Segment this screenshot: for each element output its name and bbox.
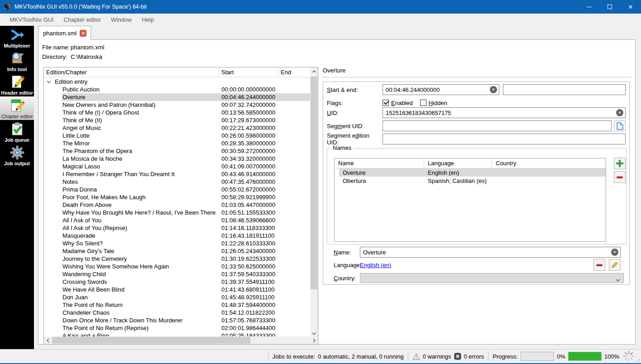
tree-row-chapter[interactable]: Notes00:47:35.476000000 bbox=[44, 178, 310, 186]
tree-row-chapter[interactable]: Crossing Swords01:39:37.554911100 bbox=[44, 278, 310, 286]
info-tool-icon bbox=[10, 51, 25, 66]
tree-row-chapter[interactable]: La Música de la Noche00:34:33.320000000 bbox=[44, 155, 310, 163]
tree-row-chapter[interactable]: All I Ask of You (Reprise)01:14:16.11833… bbox=[44, 224, 310, 232]
minimize-button[interactable] bbox=[579, 0, 599, 14]
column-edition-chapter[interactable]: Edition/Chapter bbox=[44, 67, 219, 77]
menu-window[interactable]: Window bbox=[106, 14, 137, 25]
directory-value: C:\Matroska bbox=[71, 53, 102, 60]
chapter-name-cell: Chandelier Chaos bbox=[44, 309, 219, 316]
tree-row-chapter[interactable]: The Point of No Return (Reprise)02:00:01… bbox=[44, 324, 310, 332]
column-end[interactable]: End bbox=[278, 67, 310, 77]
close-button[interactable]: ✕ bbox=[620, 0, 641, 14]
sidebar-item-job-output[interactable]: Job output bbox=[0, 144, 34, 167]
error-icon bbox=[454, 353, 461, 360]
edit-language-button[interactable] bbox=[609, 259, 621, 271]
remove-language-button[interactable] bbox=[593, 259, 605, 271]
chapter-name-cell: Prima Donna bbox=[44, 186, 219, 193]
clear-start-icon[interactable]: ✕ bbox=[490, 86, 497, 93]
tree-row-chapter[interactable]: Don Juan01:45:48.925911100 bbox=[44, 293, 310, 301]
tree-row-chapter[interactable]: All I Ask of You01:08:46.539066600 bbox=[44, 216, 310, 224]
enabled-checkbox-box[interactable] bbox=[383, 100, 389, 106]
tree-row-chapter[interactable]: Death From Above01:03:05.447000000 bbox=[44, 201, 310, 209]
scroll-left-icon[interactable] bbox=[44, 336, 52, 344]
tree-row-chapter[interactable]: Wishing You Were Somehow Here Again01:33… bbox=[44, 263, 310, 270]
uid-input[interactable] bbox=[383, 107, 626, 118]
names-column-language[interactable]: Language bbox=[424, 158, 492, 168]
tree-row-chapter[interactable]: Chandelier Chaos01:54:12.011822200 bbox=[44, 309, 310, 316]
segment-uid-browse-button[interactable] bbox=[614, 120, 626, 131]
chapter-name-cell: Wishing You Were Somehow Here Again bbox=[44, 263, 219, 270]
tree-row-edition-entry[interactable]: Edition entry bbox=[44, 78, 310, 86]
chapter-start-cell: 00:43:46.914000000 bbox=[219, 171, 278, 177]
vertical-scroll-thumb[interactable] bbox=[311, 77, 317, 289]
chapter-start-cell: 01:41:43.680911100 bbox=[219, 286, 278, 293]
scroll-up-icon[interactable] bbox=[310, 67, 318, 75]
enabled-checkbox[interactable]: Enabled bbox=[383, 100, 413, 106]
names-row[interactable]: OvertureEnglish (en) bbox=[335, 168, 606, 177]
warnings-errors-status: 0 warnings 0 errors bbox=[412, 353, 484, 360]
tree-row-chapter[interactable]: The Phantom of the Opera00:30:59.2720000… bbox=[44, 147, 310, 155]
tree-row-chapter[interactable]: Masquerade01:16:43.181911100 bbox=[44, 232, 310, 239]
maximize-button[interactable] bbox=[599, 0, 620, 14]
tree-row-chapter[interactable]: New Owners and Patron (Hannibal)00:07:32… bbox=[44, 101, 310, 109]
tree-row-chapter[interactable]: Prima Donna00:55:02.672000000 bbox=[44, 186, 310, 193]
chapter-name-cell: Masquerade bbox=[44, 232, 219, 239]
names-column-country[interactable]: Country bbox=[492, 158, 606, 168]
tree-row-chapter[interactable]: The Mirror00:28:35.380000000 bbox=[44, 139, 310, 147]
names-column-name[interactable]: Name bbox=[335, 158, 424, 168]
tree-row-chapter[interactable]: Little Lotte00:26:00.598000000 bbox=[44, 132, 310, 139]
clear-uid-icon[interactable]: ✕ bbox=[616, 109, 623, 116]
tree-row-chapter[interactable]: Angel of Music00:22:21.423000000 bbox=[44, 124, 310, 132]
tab-close-icon[interactable]: ✕ bbox=[80, 30, 86, 37]
scroll-right-icon[interactable] bbox=[310, 336, 318, 344]
country-combobox[interactable] bbox=[360, 273, 624, 283]
sidebar-item-chapter-editor[interactable]: Chapter editor bbox=[0, 96, 34, 120]
sidebar-item-header-editor[interactable]: Header editor bbox=[0, 73, 34, 96]
sidebar-item-info-tool[interactable]: Info tool bbox=[0, 49, 34, 73]
column-start[interactable]: Start bbox=[219, 67, 278, 77]
chapter-start-cell: 01:26:05.243400000 bbox=[219, 248, 278, 254]
menu-mkvtoolnix-gui[interactable]: MKVToolNix GUI bbox=[5, 14, 59, 25]
remove-name-button[interactable] bbox=[614, 171, 626, 183]
menu-chapter-editor[interactable]: Chapter editor bbox=[59, 14, 106, 25]
tab-phantom-xml[interactable]: phantom.xml ✕ bbox=[38, 26, 91, 40]
tree-row-chapter[interactable]: Overture00:04:46.244000000 bbox=[44, 93, 310, 101]
tree-row-chapter[interactable]: Magical Lasso00:41:09.007000000 bbox=[44, 163, 310, 170]
hidden-label: Hidden bbox=[429, 100, 447, 106]
busy-spinner-icon bbox=[623, 350, 635, 362]
chapter-name-cell: La Música de la Noche bbox=[44, 155, 219, 162]
tree-row-chapter[interactable]: The Point of No Return01:48:37.594400000 bbox=[44, 301, 310, 309]
hidden-checkbox[interactable]: Hidden bbox=[420, 100, 447, 106]
segment-edition-uid-input[interactable] bbox=[383, 134, 626, 144]
vertical-scrollbar[interactable] bbox=[310, 67, 318, 337]
tree-row-chapter[interactable]: Madame Giry's Tale01:26:05.243400000 bbox=[44, 247, 310, 255]
tree-row-chapter[interactable]: Poor Fool, He Makes Me Laugh00:58:29.921… bbox=[44, 193, 310, 201]
language-link[interactable]: English (en) bbox=[360, 262, 391, 268]
tree-row-chapter[interactable]: Wandering Child01:37:59.540333300 bbox=[44, 270, 310, 278]
start-time-input[interactable] bbox=[383, 84, 499, 95]
tree-row-chapter[interactable]: Journey to the Cemetery01:30:19.62253330… bbox=[44, 255, 310, 263]
tree-row-chapter[interactable]: Think of Me (II)00:17:29.673000000 bbox=[44, 116, 310, 124]
tree-row-chapter[interactable]: We Have All Been Blind01:41:43.680911100 bbox=[44, 286, 310, 293]
horizontal-scrollbar[interactable] bbox=[44, 336, 318, 344]
tree-row-chapter[interactable]: Think of Me (I) / Opera Ghost00:13:56.58… bbox=[44, 109, 310, 116]
end-time-input[interactable] bbox=[503, 84, 626, 95]
tree-row-chapter[interactable]: Down Once More / Track Down This Murdere… bbox=[44, 316, 310, 324]
tree-row-chapter[interactable]: Why So Silent?01:22:28.610333300 bbox=[44, 239, 310, 247]
menu-help[interactable]: Help bbox=[137, 14, 159, 25]
add-name-button[interactable] bbox=[614, 158, 626, 169]
total-progress-value: 100% bbox=[604, 353, 619, 360]
tree-row-chapter[interactable]: Why Have You Brought Me Here? / Raoul, I… bbox=[44, 209, 310, 216]
sidebar-item-multiplexer[interactable]: Multiplexer bbox=[0, 26, 34, 49]
tree-row-chapter[interactable]: Public Auction00:00:00.000000000 bbox=[44, 86, 310, 93]
hidden-checkbox-box[interactable] bbox=[420, 100, 426, 106]
name-input[interactable] bbox=[360, 247, 621, 258]
resize-grip[interactable] bbox=[636, 358, 640, 362]
sidebar-item-job-queue[interactable]: Job queue bbox=[0, 120, 34, 144]
segment-uid-input[interactable] bbox=[383, 120, 612, 131]
clear-name-icon[interactable]: ✕ bbox=[611, 249, 618, 256]
names-row[interactable]: OberturaSpanish; Castilian (es) bbox=[335, 177, 606, 185]
horizontal-scroll-thumb[interactable] bbox=[52, 337, 250, 344]
chevron-down-icon bbox=[616, 277, 620, 283]
tree-row-chapter[interactable]: I Remember / Stranger Than You Dreamt It… bbox=[44, 170, 310, 178]
